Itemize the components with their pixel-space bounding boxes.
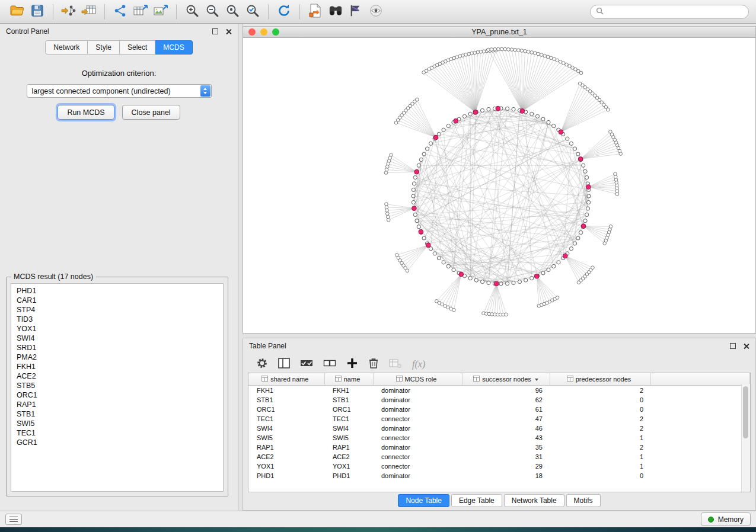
network-edge[interactable]	[435, 66, 476, 112]
mcds-hub-node[interactable]	[581, 224, 586, 229]
network-edge[interactable]	[580, 132, 610, 159]
network-edge[interactable]	[588, 177, 615, 187]
network-edge[interactable]	[522, 62, 560, 111]
network-leaf-node[interactable]	[510, 48, 513, 52]
tab-mcds[interactable]: MCDS	[155, 40, 192, 55]
network-leaf-node[interactable]	[505, 313, 508, 316]
network-node[interactable]	[524, 278, 528, 282]
network-leaf-node[interactable]	[452, 308, 456, 312]
add-column-button[interactable]	[346, 357, 358, 371]
horizontal-splitter[interactable]	[243, 334, 756, 338]
network-edge[interactable]	[448, 274, 461, 307]
network-edge[interactable]	[495, 49, 522, 111]
network-leaf-node[interactable]	[385, 209, 389, 213]
network-edge[interactable]	[561, 102, 602, 132]
network-leaf-node[interactable]	[385, 168, 388, 172]
network-node[interactable]	[468, 277, 472, 280]
network-leaf-node[interactable]	[559, 60, 562, 63]
table-row[interactable]: ORC1ORC1dominator610	[248, 405, 750, 414]
table-row[interactable]: PHD1PHD1dominator180	[248, 471, 750, 480]
network-node[interactable]	[569, 247, 573, 251]
network-edge[interactable]	[391, 155, 417, 172]
network-edge[interactable]	[580, 148, 618, 159]
select-stepper-icon[interactable]	[200, 85, 210, 97]
network-node[interactable]	[425, 147, 429, 150]
network-window-titlebar[interactable]: YPA_prune.txt_1	[243, 27, 755, 38]
network-leaf-node[interactable]	[503, 47, 507, 51]
network-leaf-node[interactable]	[487, 48, 490, 52]
network-edge[interactable]	[421, 232, 513, 283]
mcds-hub-node[interactable]	[534, 274, 539, 278]
network-edge[interactable]	[565, 256, 579, 283]
network-edge[interactable]	[414, 101, 436, 137]
network-node[interactable]	[579, 230, 583, 234]
network-node[interactable]	[487, 281, 490, 284]
network-edge[interactable]	[580, 140, 615, 159]
table-row[interactable]: SWI5SWI5connector431	[248, 433, 750, 443]
network-leaf-node[interactable]	[517, 49, 521, 52]
network-node[interactable]	[587, 200, 591, 204]
column-header[interactable]: predecessor nodes	[550, 373, 650, 386]
network-leaf-node[interactable]	[500, 47, 503, 51]
network-node[interactable]	[412, 200, 415, 204]
column-header[interactable]: name	[324, 373, 373, 386]
network-node[interactable]	[535, 114, 539, 118]
network-node[interactable]	[583, 219, 587, 223]
network-node[interactable]	[437, 132, 441, 136]
network-edge[interactable]	[400, 118, 436, 137]
mcds-result-item[interactable]: TID3	[17, 315, 218, 324]
network-leaf-node[interactable]	[490, 48, 493, 52]
mcds-result-item[interactable]: STP4	[17, 305, 218, 315]
network-node[interactable]	[417, 164, 420, 167]
table-settings-button[interactable]	[256, 357, 268, 371]
network-edge[interactable]	[583, 226, 608, 235]
network-node[interactable]	[569, 142, 573, 145]
network-node[interactable]	[422, 236, 426, 240]
network-edge[interactable]	[388, 209, 414, 217]
network-edge[interactable]	[561, 94, 592, 132]
network-node[interactable]	[585, 175, 589, 179]
select-all-button[interactable]	[300, 358, 313, 371]
network-node[interactable]	[480, 280, 484, 284]
network-node[interactable]	[487, 107, 490, 111]
search-network-button[interactable]	[326, 2, 346, 21]
network-node[interactable]	[576, 152, 580, 156]
table-row[interactable]: TEC1TEC1connector472	[248, 414, 750, 424]
export-table-button[interactable]	[130, 2, 151, 21]
zoom-window-icon[interactable]	[272, 28, 279, 36]
network-edge[interactable]	[387, 166, 416, 172]
network-node[interactable]	[573, 242, 576, 245]
network-node[interactable]	[576, 236, 580, 240]
network-edge[interactable]	[390, 158, 417, 172]
table-row[interactable]: FKH1FKH1dominator962	[248, 386, 750, 396]
network-leaf-node[interactable]	[556, 296, 559, 300]
network-node[interactable]	[419, 158, 423, 161]
show-columns-button[interactable]	[278, 358, 290, 371]
mcds-result-item[interactable]: SRD1	[17, 343, 218, 352]
table-row[interactable]: RAP1RAP1dominator352	[248, 443, 750, 452]
close-panel-button[interactable]: Close panel	[122, 105, 180, 120]
network-leaf-node[interactable]	[385, 206, 388, 209]
network-edge[interactable]	[492, 50, 522, 111]
network-edge[interactable]	[451, 59, 476, 113]
network-edge[interactable]	[565, 256, 591, 270]
deselect-all-button[interactable]	[323, 358, 336, 371]
network-leaf-node[interactable]	[476, 50, 480, 54]
network-canvas[interactable]	[243, 37, 755, 333]
network-node[interactable]	[468, 112, 472, 116]
network-edge[interactable]	[561, 84, 580, 132]
network-edge[interactable]	[417, 100, 436, 137]
table-row[interactable]: STB1STB1dominator620	[248, 395, 750, 405]
table-row[interactable]: YOX1YOX1connector291	[248, 462, 750, 471]
network-edge[interactable]	[432, 68, 476, 113]
close-window-icon[interactable]	[248, 28, 256, 36]
network-node[interactable]	[566, 137, 569, 140]
network-leaf-node[interactable]	[473, 51, 477, 55]
float-panel-icon[interactable]	[730, 343, 736, 349]
network-node[interactable]	[412, 182, 416, 185]
import-table-button[interactable]	[79, 2, 99, 21]
network-leaf-node[interactable]	[513, 48, 517, 52]
mcds-result-item[interactable]: PHD1	[17, 286, 218, 296]
network-edge[interactable]	[565, 256, 592, 268]
toolbar-search[interactable]	[590, 5, 749, 19]
